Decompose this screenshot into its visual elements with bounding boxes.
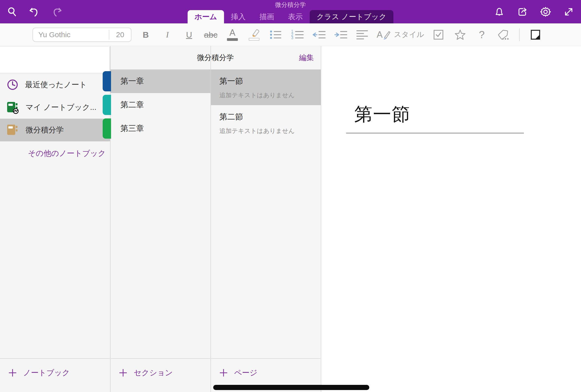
section-color-tab — [103, 118, 111, 139]
styles-brush-icon: A — [377, 30, 391, 40]
page-item-section2[interactable]: 第二節 追加テキストはありません — [211, 105, 321, 141]
page-corner-icon — [530, 29, 541, 40]
notebook-list: 最近使ったノート マイ ノートブック... 微分積分学 — [0, 74, 110, 141]
font-name-selector[interactable]: Yu Gothic — [33, 30, 109, 39]
font-controls: Yu Gothic 20 — [32, 28, 131, 42]
add-notebook-button[interactable]: ノートブック — [8, 368, 70, 378]
notebook-title: 微分積分学 — [110, 53, 321, 63]
notebook-sync-icon — [6, 101, 19, 114]
page-list: 第一節 追加テキストはありません 第二節 追加テキストはありません — [211, 70, 321, 141]
plus-icon — [119, 368, 127, 377]
more-notebooks-link[interactable]: その他のノートブック — [24, 148, 110, 158]
italic-button[interactable]: I — [157, 25, 178, 44]
navigation-header: 微分積分学 編集 — [110, 46, 321, 70]
section-label: 第三章 — [120, 123, 144, 134]
hide-navigation-button[interactable] — [525, 25, 546, 44]
tag-button[interactable] — [493, 25, 514, 44]
tab-class-notebook[interactable]: クラス ノートブック — [310, 10, 393, 24]
notebooks-pane-footer: ノートブック — [0, 358, 110, 392]
page-title: 第二節 — [219, 112, 321, 122]
strikethrough-button[interactable]: abc — [200, 25, 222, 44]
numbered-list-icon: 123 — [291, 30, 304, 40]
font-color-button[interactable]: A — [222, 25, 243, 44]
onenote-app: 微分積分学 ホーム 挿入 描画 表示 クラス ノ — [0, 0, 581, 392]
notifications-button[interactable] — [493, 6, 506, 18]
toolbar-divider — [519, 28, 520, 41]
add-page-button[interactable]: ページ — [219, 368, 257, 378]
underline-button[interactable]: U — [178, 25, 200, 44]
important-star-button[interactable] — [449, 25, 471, 44]
expand-diagonal-icon — [563, 6, 574, 18]
sidebar-item-label: 最近使ったノート — [25, 80, 87, 90]
highlight-swatch — [249, 38, 259, 41]
question-mark-icon: ? — [479, 30, 485, 40]
sidebar-item-recent-notes[interactable]: 最近使ったノート — [0, 74, 110, 96]
edit-button[interactable]: 編集 — [299, 53, 314, 63]
page-canvas[interactable]: 第一節 — [321, 46, 581, 392]
font-size-selector[interactable]: 20 — [109, 30, 131, 39]
sidebar-item-label: 微分積分学 — [25, 125, 64, 135]
sidebar-item-calculus-notebook[interactable]: 微分積分学 — [0, 119, 110, 141]
sidebar-item-my-notebooks[interactable]: マイ ノートブック... — [0, 96, 110, 119]
bold-button[interactable]: B — [135, 25, 157, 44]
add-notebook-label: ノートブック — [23, 368, 70, 378]
tab-insert[interactable]: 挿入 — [224, 10, 253, 24]
share-button[interactable] — [516, 6, 529, 18]
numbered-list-button[interactable]: 123 — [287, 25, 308, 44]
page-canvas-title[interactable]: 第一節 — [354, 102, 410, 127]
question-tag-button[interactable]: ? — [471, 25, 493, 44]
todo-checkbox-button[interactable] — [428, 25, 449, 44]
notebooks-pane-header — [0, 47, 110, 74]
tab-home[interactable]: ホーム — [188, 10, 224, 24]
plus-icon — [219, 368, 228, 377]
fullscreen-button[interactable] — [562, 6, 575, 18]
section-item-chapter3[interactable]: 第三章 — [110, 117, 210, 140]
tag-icon — [498, 29, 509, 40]
page-subtitle: 追加テキストはありません — [219, 127, 321, 135]
align-left-icon — [357, 29, 368, 40]
main-layout: 最近使ったノート マイ ノートブック... 微分積分学 その他のノートブック — [0, 46, 581, 392]
alignment-button[interactable] — [352, 25, 373, 44]
highlighter-icon — [248, 28, 260, 38]
tab-draw[interactable]: 描画 — [253, 10, 281, 24]
bell-icon — [494, 6, 505, 18]
styles-label: スタイル — [394, 30, 424, 40]
section-label: 第一章 — [120, 76, 144, 87]
bold-icon: B — [143, 30, 149, 39]
highlight-button[interactable] — [243, 25, 265, 44]
home-indicator-bar[interactable] — [213, 385, 369, 390]
add-section-button[interactable]: セクション — [119, 368, 173, 378]
top-app-bar: 微分積分学 ホーム 挿入 描画 表示 クラス ノ — [0, 0, 581, 24]
clock-icon — [6, 78, 19, 91]
section-list: 第一章 第二章 第三章 — [110, 70, 210, 140]
star-icon — [455, 29, 466, 40]
section-item-chapter2[interactable]: 第二章 — [110, 93, 210, 117]
indent-button[interactable] — [330, 25, 352, 44]
bullet-list-button[interactable] — [265, 25, 287, 44]
tab-view[interactable]: 表示 — [281, 10, 310, 24]
font-color-swatch — [227, 38, 238, 41]
formatting-toolbar: Yu Gothic 20 B I U abc A — [0, 24, 581, 46]
section-item-chapter1[interactable]: 第一章 — [110, 70, 210, 93]
styles-button[interactable]: A スタイル — [373, 25, 428, 44]
share-icon — [517, 6, 528, 18]
outdent-button[interactable] — [308, 25, 330, 44]
page-item-section1[interactable]: 第一節 追加テキストはありません — [211, 70, 321, 105]
italic-icon: I — [166, 30, 169, 39]
notebooks-pane: 最近使ったノート マイ ノートブック... 微分積分学 その他のノートブック — [0, 46, 110, 392]
topbar-right-actions — [493, 0, 575, 24]
sections-pane: 第一章 第二章 第三章 セクション — [110, 46, 210, 392]
strikethrough-icon: abc — [204, 30, 218, 39]
section-color-tab — [103, 71, 111, 91]
sections-pane-footer: セクション — [110, 358, 210, 392]
settings-button[interactable] — [539, 6, 552, 18]
bullet-list-icon — [270, 30, 282, 40]
underline-icon: U — [186, 30, 192, 39]
section-color-tab — [103, 95, 111, 115]
plus-icon — [8, 368, 17, 377]
gear-icon — [540, 6, 552, 18]
checkbox-icon — [433, 30, 444, 40]
page-subtitle: 追加テキストはありません — [219, 91, 321, 99]
indent-icon — [334, 30, 348, 40]
outdent-icon — [312, 30, 326, 40]
